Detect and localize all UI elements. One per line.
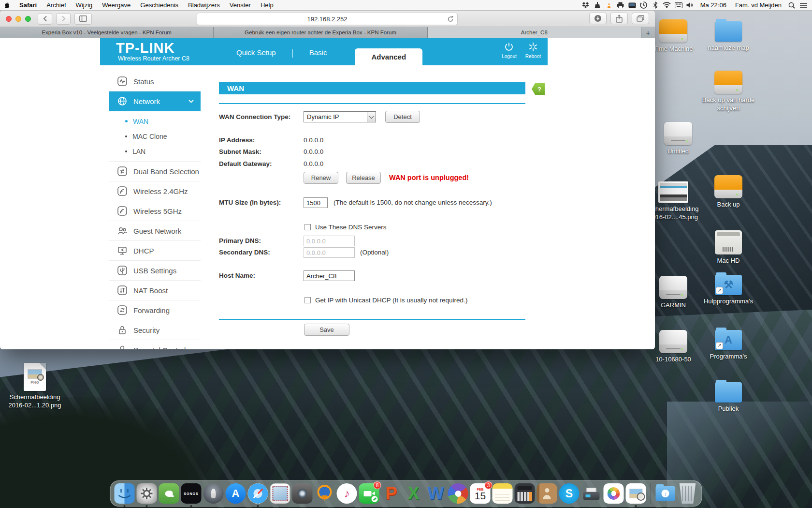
input-menu-icon[interactable]: [673, 0, 684, 10]
display-app-icon[interactable]: [626, 0, 638, 10]
menu-help[interactable]: Help: [256, 0, 278, 10]
desktop-icon-schermafbeelding-120[interactable]: PNG Schermafbeelding 2016-02...1.20.png: [6, 363, 64, 410]
tab-overview-button[interactable]: [632, 13, 649, 24]
release-button[interactable]: Release: [346, 172, 381, 184]
tab-archer-c8[interactable]: Archer_C8: [428, 27, 641, 38]
menu-venster[interactable]: Venster: [225, 0, 256, 10]
sidebar-subitem-wan[interactable]: WAN: [109, 114, 201, 129]
spotlight-icon[interactable]: [786, 0, 798, 10]
sidebar-subitem-mac-clone[interactable]: MAC Clone: [109, 129, 201, 144]
dock-mail-icon[interactable]: [270, 483, 290, 504]
close-window-button[interactable]: [6, 16, 12, 22]
dock-word-icon[interactable]: W: [426, 483, 446, 504]
desktop-icon-untitled[interactable]: Untitled: [649, 122, 707, 156]
dock-preview-icon[interactable]: [626, 483, 646, 504]
desktop-icon-publiek[interactable]: Publiek: [699, 382, 757, 413]
nav-advanced[interactable]: Advanced: [355, 48, 422, 65]
mtu-size-input[interactable]: [304, 197, 328, 208]
dock-calculator-icon[interactable]: [515, 483, 535, 504]
tab-eigen-router[interactable]: Gebruik een eigen router achter de Exper…: [214, 27, 427, 38]
forward-button[interactable]: [56, 13, 71, 25]
volume-icon[interactable]: [684, 0, 696, 10]
menu-clock[interactable]: Ma 22:06: [696, 1, 731, 9]
tab-experia-box[interactable]: Experia Box v10 - Veelgestelde vragen - …: [0, 27, 214, 38]
menu-geschiedenis[interactable]: Geschiedenis: [135, 0, 183, 10]
sidebar-item-forwarding[interactable]: Forwarding: [109, 300, 201, 320]
menu-app-name[interactable]: Safari: [14, 0, 42, 10]
dock-finder-icon[interactable]: [115, 483, 135, 504]
dock-calendar-icon[interactable]: FEB 15 3: [470, 483, 491, 504]
dock-excel-icon[interactable]: X: [404, 483, 424, 504]
reload-icon[interactable]: [447, 15, 454, 23]
wifi-icon[interactable]: [661, 0, 673, 10]
sidebar-item-parental-control[interactable]: Parental Control: [109, 340, 201, 349]
dock-downloads-icon[interactable]: ↓: [655, 483, 676, 504]
save-button[interactable]: Save: [304, 324, 349, 336]
desktop-icon-mac-hd[interactable]: Mac HD: [699, 230, 757, 265]
sidebar-item-dual-band[interactable]: Dual Band Selection: [109, 162, 201, 181]
unicast-dhcp-checkbox[interactable]: [304, 297, 311, 303]
nav-basic[interactable]: Basic: [293, 48, 344, 65]
sidebar-toggle-button[interactable]: [74, 13, 92, 25]
dock-evernote-icon[interactable]: [159, 483, 179, 504]
share-button[interactable]: [610, 13, 628, 24]
dock-facetime-icon[interactable]: 8: [359, 483, 379, 504]
dock-printer-icon[interactable]: [581, 483, 602, 504]
dock-skype-icon[interactable]: S: [559, 483, 580, 504]
desktop-icon-programmas[interactable]: A Programma's: [699, 330, 757, 361]
detect-button[interactable]: Detect: [385, 111, 420, 123]
nav-quick-setup[interactable]: Quick Setup: [220, 48, 292, 65]
help-tag[interactable]: ?: [532, 83, 545, 95]
downloads-button[interactable]: [589, 13, 607, 24]
cleaner-app-icon[interactable]: [592, 0, 603, 10]
back-button[interactable]: [38, 13, 52, 25]
reboot-button[interactable]: Reboot: [525, 42, 541, 59]
new-tab-button[interactable]: +: [641, 27, 655, 38]
primary-dns-input[interactable]: [304, 236, 355, 246]
desktop-icon-hulpprogrammas[interactable]: ⚒ Hulpprogramma's: [699, 275, 757, 306]
dock-launchpad-icon[interactable]: [203, 483, 224, 504]
time-machine-icon[interactable]: [638, 0, 650, 10]
dock-powerpoint-icon[interactable]: P: [381, 483, 402, 504]
desktop-icon-back-up[interactable]: Back up: [699, 175, 757, 209]
sidebar-item-network[interactable]: Network: [109, 91, 201, 111]
address-bar[interactable]: 192.168.2.252: [197, 13, 458, 25]
vlc-icon[interactable]: [603, 0, 615, 10]
sidebar-subitem-lan[interactable]: LAN: [109, 144, 201, 159]
dock-system-preferences-icon[interactable]: [137, 483, 157, 504]
dock-sonos-icon[interactable]: SONOS: [181, 483, 202, 504]
renew-button[interactable]: Renew: [304, 172, 338, 184]
sidebar-item-usb-settings[interactable]: USB Settings: [109, 261, 201, 281]
sidebar-item-security[interactable]: Security: [109, 320, 201, 340]
fast-user-switch-menu[interactable]: Fam. vd Meijden: [731, 1, 786, 9]
menu-archief[interactable]: Archief: [42, 0, 71, 10]
host-name-input[interactable]: [304, 270, 355, 281]
secondary-dns-input[interactable]: [304, 247, 355, 258]
sidebar-item-status[interactable]: Status: [109, 72, 201, 91]
apple-menu[interactable]: [0, 0, 14, 10]
dock-contacts-icon[interactable]: [537, 483, 557, 504]
dock-itunes-icon[interactable]: ♪: [337, 483, 357, 504]
sidebar-item-wireless-5ghz[interactable]: Wireless 5GHz: [109, 201, 201, 221]
zoom-window-button[interactable]: [25, 16, 31, 22]
dropbox-icon[interactable]: [580, 0, 592, 10]
bluetooth-icon[interactable]: [650, 0, 661, 10]
dock-image-capture-icon[interactable]: [292, 483, 313, 504]
dock-notes-icon[interactable]: [493, 483, 513, 504]
minimize-window-button[interactable]: [15, 16, 21, 22]
dock-photos-icon[interactable]: [604, 483, 624, 504]
printer-icon[interactable]: [615, 0, 626, 10]
desktop-icon-naamloze-map[interactable]: naamloze map: [699, 21, 757, 52]
menu-bladwijzers[interactable]: Bladwijzers: [183, 0, 225, 10]
sidebar-item-guest-network[interactable]: Guest Network: [109, 221, 201, 241]
connection-type-select[interactable]: Dynamic IP: [304, 111, 376, 122]
dock-picasa-icon[interactable]: [448, 483, 468, 504]
logout-button[interactable]: Logout: [502, 42, 517, 59]
sidebar-item-wireless-24ghz[interactable]: Wireless 2.4GHz: [109, 181, 201, 201]
menu-weergave[interactable]: Weergave: [97, 0, 135, 10]
notification-center-icon[interactable]: [798, 0, 809, 10]
sidebar-item-nat-boost[interactable]: NAT Boost: [109, 281, 201, 300]
dock-app-store-icon[interactable]: A: [226, 483, 246, 504]
sidebar-item-dhcp[interactable]: DHCP: [109, 241, 201, 261]
dock-safari-icon[interactable]: [248, 483, 268, 504]
